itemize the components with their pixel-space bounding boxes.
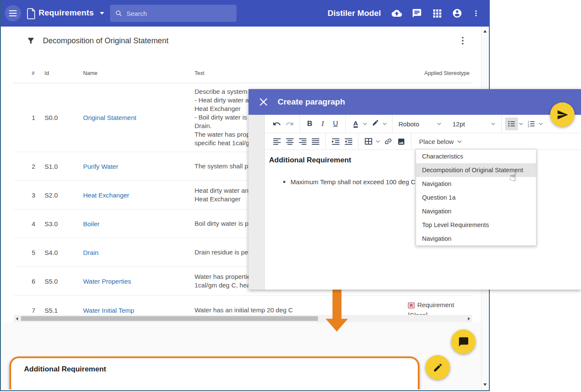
highlight-color-button[interactable]: [369, 117, 382, 130]
table-header-row: # Id Name Text Applied Stereotype: [14, 63, 472, 83]
row-number: 7: [32, 307, 45, 314]
insert-table-button[interactable]: [362, 135, 375, 148]
scroll-left-arrow[interactable]: [16, 317, 18, 320]
cloud-upload-icon[interactable]: [392, 8, 402, 18]
scroll-right-arrow[interactable]: [468, 317, 470, 320]
insert-image-button[interactable]: [395, 135, 407, 148]
title-dropdown-caret[interactable]: [100, 12, 104, 15]
font-color-chevron-icon[interactable]: [363, 123, 367, 125]
highlight-color-chevron-icon[interactable]: [383, 123, 387, 125]
horizontal-scrollbar[interactable]: [14, 315, 472, 322]
indent-decrease-button[interactable]: [342, 135, 355, 148]
row-number: 1: [32, 114, 45, 121]
annotation-highlight-box: Additional Requirement Maximum Temp shal…: [9, 356, 419, 389]
row-id: S5.1: [45, 307, 83, 314]
align-left-button[interactable]: [270, 135, 283, 148]
font-size-chevron-icon: [491, 123, 495, 125]
row-name-link[interactable]: Purify Water: [83, 163, 195, 170]
row-id: S4.0: [45, 249, 83, 256]
place-below-chevron-icon: [457, 140, 462, 143]
row-text: Water has an initial temp 20 deg C: [195, 306, 408, 314]
send-fab-button[interactable]: [550, 102, 575, 127]
bold-button[interactable]: B: [303, 117, 316, 130]
insert-link-button[interactable]: [382, 135, 395, 148]
numbered-list-button[interactable]: 123: [525, 117, 538, 130]
dropdown-item[interactable]: Navigation: [416, 232, 536, 245]
insert-table-chevron-icon[interactable]: [376, 140, 380, 143]
row-id: S3.0: [45, 220, 83, 227]
row-name-link[interactable]: Water Initial Temp: [83, 307, 195, 314]
redo-button[interactable]: [283, 117, 296, 130]
table-title: Decomposition of Original Statement: [43, 36, 168, 45]
font-color-button[interactable]: A: [349, 117, 362, 130]
table-titlebar: Decomposition of Original Statement: [14, 27, 472, 55]
search-input[interactable]: [126, 10, 231, 17]
font-family-chevron-icon: [437, 123, 441, 125]
filter-icon[interactable]: [27, 36, 35, 45]
row-name-link[interactable]: Original Statement: [83, 114, 195, 121]
font-size-select[interactable]: 12pt: [450, 120, 498, 128]
bullet-list-chevron-icon[interactable]: [519, 123, 523, 125]
annotation-heading: Additional Requirement: [24, 365, 106, 374]
send-icon: [557, 109, 569, 121]
dropdown-item[interactable]: Navigation: [416, 177, 536, 191]
row-name-link[interactable]: Water Properties: [83, 278, 195, 285]
row-text-line: Water has an initial temp 20 deg C: [195, 306, 408, 314]
editor-toolbar-row-2: Place below: [265, 133, 581, 150]
modal-header: Create paragraph: [249, 89, 581, 115]
numbered-list-chevron-icon[interactable]: [539, 123, 543, 125]
row-name-link[interactable]: Heat Exchanger: [83, 192, 195, 199]
modal-title: Create paragraph: [278, 97, 345, 107]
dropdown-item[interactable]: Decomposition of Original Statement: [416, 163, 536, 177]
comment-fab-button[interactable]: [451, 329, 476, 354]
underline-button[interactable]: U: [329, 117, 342, 130]
row-name-link[interactable]: Boiler: [83, 220, 195, 227]
topbar-actions: Distiler Model: [327, 0, 480, 27]
row-number: 2: [32, 163, 45, 170]
col-header-stereotype: Applied Stereotype: [408, 70, 470, 76]
dropdown-item[interactable]: Navigation: [416, 204, 536, 218]
indent-increase-button[interactable]: [329, 135, 342, 148]
hamburger-menu-button[interactable]: [5, 5, 21, 21]
scroll-up-arrow[interactable]: [483, 30, 487, 33]
dropdown-item[interactable]: Top Level Requirements: [416, 218, 536, 232]
chat-icon[interactable]: [412, 8, 422, 18]
place-below-dropdown-menu: ☝ CharacteristicsDecomposition of Origin…: [416, 149, 536, 246]
col-header-text: Text: [195, 70, 408, 76]
col-header-name: Name: [83, 70, 195, 76]
italic-button[interactable]: I: [316, 117, 329, 130]
bullet-list-button[interactable]: [505, 117, 518, 130]
apps-grid-icon[interactable]: [432, 8, 442, 18]
table-kebab-icon[interactable]: [461, 36, 464, 45]
model-name: Distiler Model: [327, 9, 381, 18]
edit-fab-button[interactable]: [425, 355, 450, 380]
undo-button[interactable]: [270, 117, 283, 130]
account-icon[interactable]: [452, 8, 462, 18]
col-header-num: #: [32, 70, 45, 76]
stereotype-label: Requirement: [417, 301, 454, 308]
comment-bubble-icon: [458, 336, 469, 347]
horizontal-scrollbar-thumb[interactable]: [21, 316, 318, 321]
search-box[interactable]: [110, 5, 237, 22]
annotation-arrow: [326, 290, 348, 332]
row-name-link[interactable]: Drain: [83, 249, 195, 256]
col-header-id: Id: [45, 70, 83, 76]
close-icon[interactable]: [259, 97, 268, 107]
row-number: 6: [32, 278, 45, 285]
scroll-down-arrow[interactable]: [483, 383, 487, 386]
editor-toolbar-row-1: B I U A Roboto 12pt: [265, 115, 581, 133]
dropdown-item[interactable]: Question 1a: [416, 191, 536, 204]
dropdown-item[interactable]: Characteristics: [416, 150, 536, 163]
top-app-bar: Requirements Distiler Model: [1, 0, 489, 27]
row-id: S5.0: [45, 278, 83, 285]
row-number: 3: [32, 192, 45, 199]
place-below-select[interactable]: Place below: [415, 138, 462, 145]
align-justify-button[interactable]: [309, 135, 322, 148]
align-center-button[interactable]: [283, 135, 296, 148]
row-number: 5: [32, 249, 45, 256]
row-id: S2.0: [45, 192, 83, 199]
more-options-kebab-icon[interactable]: [472, 8, 480, 18]
document-bottom-zone: Additional Requirement Maximum Temp shal…: [2, 322, 481, 389]
font-family-select[interactable]: Roboto: [396, 120, 444, 128]
align-right-button[interactable]: [296, 135, 309, 148]
